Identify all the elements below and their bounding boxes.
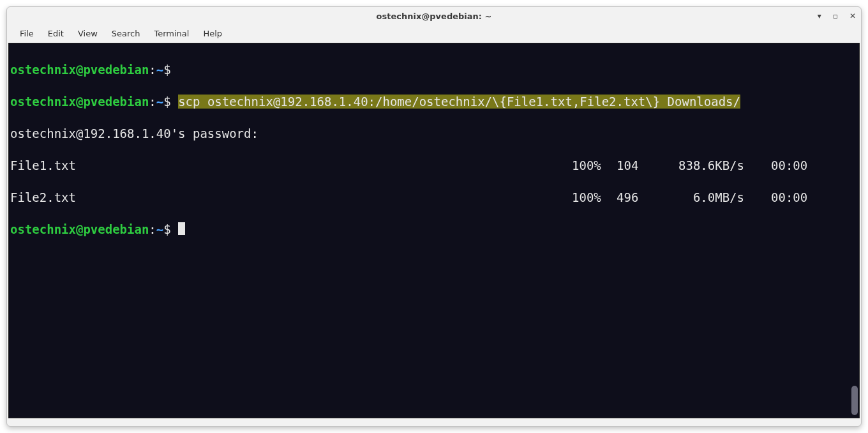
file-pct: 100%: [572, 190, 617, 206]
menu-terminal[interactable]: Terminal: [147, 27, 195, 40]
prompt-colon: :: [149, 95, 156, 109]
prompt-user: ostechnix: [10, 95, 76, 109]
menu-file[interactable]: File: [13, 27, 40, 40]
file-eta: 00:00: [771, 158, 813, 174]
password-line: ostechnix@192.168.1.40's password:: [10, 126, 858, 142]
minimize-button[interactable]: ▾: [818, 12, 821, 20]
terminal-viewport[interactable]: ostechnix@pvedebian:~$ ostechnix@pvedebi…: [8, 43, 860, 418]
file-bytes: 104: [617, 158, 661, 174]
window-controls: ▾ ▫ ✕: [818, 7, 856, 25]
terminal-window: ostechnix@pvedebian: ~ ▾ ▫ ✕ File Edit V…: [6, 6, 862, 427]
menu-view[interactable]: View: [71, 27, 104, 40]
close-button[interactable]: ✕: [849, 12, 856, 20]
titlebar[interactable]: ostechnix@pvedebian: ~ ▾ ▫ ✕: [7, 7, 861, 25]
menu-search[interactable]: Search: [105, 27, 147, 40]
prompt-host: pvedebian: [83, 63, 149, 77]
prompt-colon: :: [149, 222, 156, 236]
file-name: File1.txt: [10, 158, 76, 174]
prompt-dollar: $: [163, 95, 170, 109]
file-eta: 00:00: [771, 190, 813, 206]
prompt-host: pvedebian: [83, 222, 149, 236]
transfer-row-2: File2.txt100%4966.0MB/s00:00: [10, 190, 858, 206]
prompt-at: @: [76, 63, 83, 77]
prompt-path: ~: [156, 63, 163, 77]
prompt-at: @: [76, 95, 83, 109]
prompt-dollar: $: [163, 222, 170, 236]
scrollbar-thumb[interactable]: [851, 386, 858, 415]
maximize-button[interactable]: ▫: [833, 12, 838, 20]
prompt-at: @: [76, 222, 83, 236]
prompt-colon: :: [149, 63, 156, 77]
file-speed: 838.6KB/s: [661, 158, 744, 174]
prompt-host: pvedebian: [83, 95, 149, 109]
prompt-line-3: ostechnix@pvedebian:~$: [10, 222, 858, 238]
terminal-viewport-wrap: ostechnix@pvedebian:~$ ostechnix@pvedebi…: [7, 42, 861, 426]
file-name: File2.txt: [10, 190, 76, 206]
file-bytes: 496: [617, 190, 661, 206]
prompt-user: ostechnix: [10, 63, 76, 77]
menubar: File Edit View Search Terminal Help: [7, 25, 861, 42]
cursor-block: [178, 222, 185, 235]
file-speed: 6.0MB/s: [661, 190, 744, 206]
file-pct: 100%: [572, 158, 617, 174]
prompt-user: ostechnix: [10, 222, 76, 236]
window-title: ostechnix@pvedebian: ~: [377, 11, 492, 21]
prompt-path: ~: [156, 222, 163, 236]
prompt-line-2: ostechnix@pvedebian:~$ scp ostechnix@192…: [10, 94, 858, 110]
prompt-path: ~: [156, 95, 163, 109]
scp-command: scp ostechnix@192.168.1.40:/home/ostechn…: [178, 95, 740, 109]
menu-help[interactable]: Help: [197, 27, 228, 40]
menu-edit[interactable]: Edit: [41, 27, 70, 40]
prompt-dollar: $: [163, 63, 170, 77]
prompt-line-1: ostechnix@pvedebian:~$: [10, 62, 858, 78]
password-prompt: ostechnix@192.168.1.40's password:: [10, 126, 258, 141]
transfer-row-1: File1.txt100%104838.6KB/s00:00: [10, 158, 858, 174]
